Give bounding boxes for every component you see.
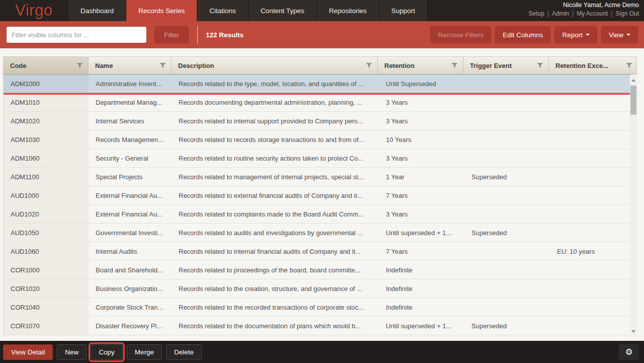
cell-trigger-event: Superseded	[464, 224, 550, 242]
copy-button[interactable]: Copy	[91, 344, 123, 360]
nav-tab-content-types[interactable]: Content Types	[248, 0, 316, 21]
cell-retention: 3 Years	[379, 112, 464, 130]
cell-retention-exception	[550, 279, 630, 298]
column-header-retention[interactable]: Retention	[378, 57, 463, 74]
filter-funnel-icon[interactable]	[537, 62, 543, 68]
cell-description: Records related to the recorded transact…	[172, 298, 379, 316]
caret-down-icon	[586, 34, 590, 36]
cell-name: Administrative Invent...	[89, 75, 172, 93]
cell-description: Records related to records storage trans…	[172, 130, 379, 149]
setup-link[interactable]: Setup	[529, 10, 544, 17]
cell-code: AUD1020	[4, 205, 89, 223]
table-row[interactable]: ADM1000Administrative Invent...Records r…	[4, 75, 630, 93]
filter-toolbar: Filter 122 Results Remove Filters Edit C…	[0, 21, 644, 48]
scroll-down-arrow-icon[interactable]	[630, 328, 637, 335]
nav-tab-support[interactable]: Support	[379, 0, 428, 21]
table-row[interactable]: ADM1060Security - GeneralRecords related…	[4, 149, 630, 168]
cell-retention-exception	[550, 261, 630, 279]
cell-retention: Indefinite	[379, 279, 464, 298]
cell-retention: 1 Year	[379, 168, 464, 186]
my-account-link[interactable]: My Account	[577, 10, 608, 17]
scroll-up-arrow-icon[interactable]	[630, 77, 637, 84]
view-dropdown-button[interactable]: View	[601, 26, 638, 43]
cell-description: Records related to complaints made to th…	[172, 205, 379, 223]
cell-name: Board and Sharehold...	[89, 261, 172, 279]
table-row[interactable]: AUD1000External Financial Au...Records r…	[4, 186, 630, 205]
cell-retention: 3 Years	[379, 149, 464, 167]
cell-trigger-event	[464, 242, 550, 260]
column-label: Name	[95, 62, 113, 69]
cell-trigger-event	[464, 279, 550, 298]
app-logo[interactable]: Virgo	[0, 0, 68, 21]
cell-retention: 7 Years	[379, 186, 464, 204]
cell-retention: 3 Years	[379, 205, 464, 223]
nav-tab-dashboard[interactable]: Dashboard	[68, 0, 126, 21]
table-row[interactable]: ADM1030Records Managemen...Records relat…	[4, 130, 630, 149]
table-row[interactable]: COR1070Disaster Recovery Pl...Records re…	[4, 317, 630, 335]
column-header-name[interactable]: Name	[89, 57, 172, 74]
table-row[interactable]: AUD1050Governmental Investi...Records re…	[4, 224, 630, 242]
nav-tab-records-series[interactable]: Records Series	[126, 0, 197, 21]
sign-out-link[interactable]: Sign Out	[615, 10, 639, 17]
merge-button[interactable]: Merge	[127, 344, 162, 360]
remove-filters-button[interactable]: Remove Filters	[430, 26, 491, 43]
table-row[interactable]: ADM1020Internal ServicesRecords related …	[4, 112, 630, 130]
cell-description: Records related to internal support prov…	[172, 112, 379, 130]
table-row[interactable]: ADM1010Departmental Manag...Records docu…	[4, 93, 630, 112]
cell-description: Records documenting departmental adminis…	[172, 93, 379, 111]
top-nav-bar: Virgo DashboardRecords SeriesCitationsCo…	[0, 0, 644, 21]
view-label: View	[609, 31, 623, 39]
new-button[interactable]: New	[57, 344, 87, 360]
cell-description: Records related to the documentation of …	[172, 317, 379, 335]
filter-funnel-icon[interactable]	[366, 62, 372, 68]
table-row[interactable]: AUD1060Internal AuditsRecords related to…	[4, 242, 630, 261]
column-header-description[interactable]: Description	[172, 57, 378, 74]
column-header-retention-exce[interactable]: Retention Exce...	[549, 57, 637, 74]
table-row[interactable]: COR1020Business Organizatio...Records re…	[4, 279, 630, 298]
nav-tab-citations[interactable]: Citations	[197, 0, 248, 21]
column-header-code[interactable]: Code	[4, 57, 89, 74]
filter-input[interactable]	[6, 26, 147, 43]
filter-button[interactable]: Filter	[154, 26, 189, 43]
cell-trigger-event	[464, 261, 550, 279]
report-dropdown-button[interactable]: Report	[554, 26, 597, 43]
user-links: Setup|Admin|My Account|Sign Out	[529, 10, 639, 17]
cell-retention-exception	[550, 317, 630, 335]
cell-retention-exception	[550, 205, 630, 223]
cell-code: AUD1060	[4, 242, 89, 260]
table-row[interactable]: COR1040Corporate Stock Tran...Records re…	[4, 298, 630, 317]
filter-funnel-icon[interactable]	[451, 62, 458, 68]
column-header-trigger-event[interactable]: Trigger Event	[463, 57, 549, 74]
cell-code: AUD1000	[4, 186, 89, 204]
vertical-scrollbar[interactable]	[630, 75, 637, 338]
cell-description: Records related to routine security acti…	[172, 149, 379, 167]
filter-funnel-icon[interactable]	[76, 62, 83, 68]
toolbar-divider	[197, 26, 198, 44]
cell-retention: Until superseded + 1...	[379, 317, 464, 335]
column-label: Trigger Event	[470, 62, 512, 69]
cell-trigger-event	[464, 130, 550, 149]
cell-trigger-event	[464, 112, 550, 130]
view-detail-button[interactable]: View Detail	[3, 344, 53, 360]
settings-button[interactable]: ⚙	[619, 344, 639, 360]
edit-columns-button[interactable]: Edit Columns	[495, 26, 550, 43]
scrollbar-thumb[interactable]	[630, 86, 636, 115]
cell-name: Disaster Recovery Pl...	[89, 317, 172, 335]
cell-retention-exception	[550, 130, 630, 149]
table-row[interactable]: ADM1100Special ProjectsRecords related t…	[4, 168, 630, 186]
nav-tab-repositories[interactable]: Repositories	[316, 0, 379, 21]
cell-code: ADM1000	[4, 75, 89, 93]
cell-trigger-event	[464, 93, 550, 111]
cell-retention-exception	[550, 75, 630, 93]
cell-retention: Indefinite	[379, 298, 464, 316]
column-label: Code	[10, 62, 27, 69]
table-body: ADM1000Administrative Invent...Records r…	[3, 75, 630, 338]
admin-link[interactable]: Admin	[552, 10, 569, 17]
filter-funnel-icon[interactable]	[626, 62, 632, 68]
table-row[interactable]: COR1000Board and Sharehold...Records rel…	[4, 261, 630, 279]
user-name: Nicolle Yamat, Acme Demo	[529, 2, 639, 9]
cell-name: Business Organizatio...	[89, 279, 172, 298]
delete-button[interactable]: Delete	[166, 344, 202, 360]
filter-funnel-icon[interactable]	[159, 62, 166, 68]
table-row[interactable]: AUD1020External Financial Au...Records r…	[4, 205, 630, 224]
